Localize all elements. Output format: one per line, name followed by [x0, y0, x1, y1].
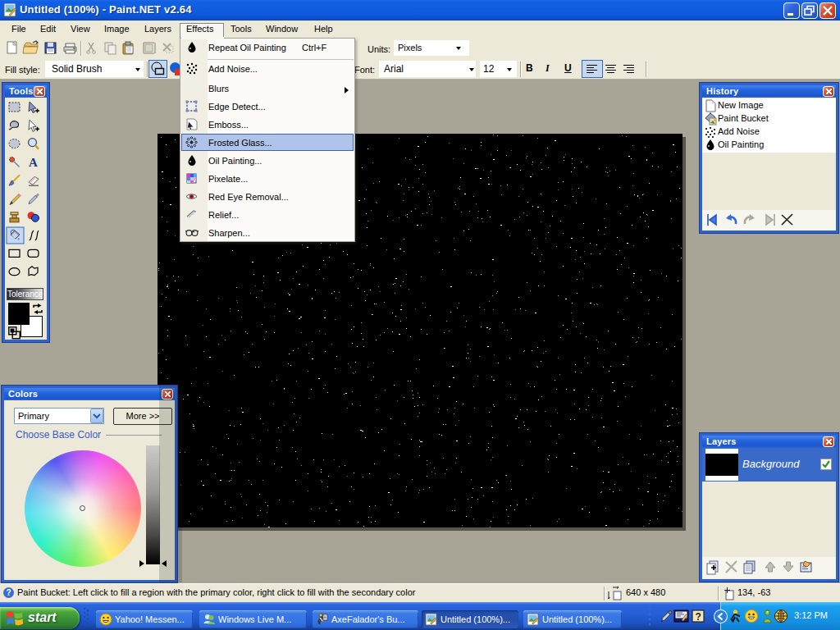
- svg-text:?: ?: [696, 611, 701, 623]
- svg-text:A: A: [29, 156, 38, 169]
